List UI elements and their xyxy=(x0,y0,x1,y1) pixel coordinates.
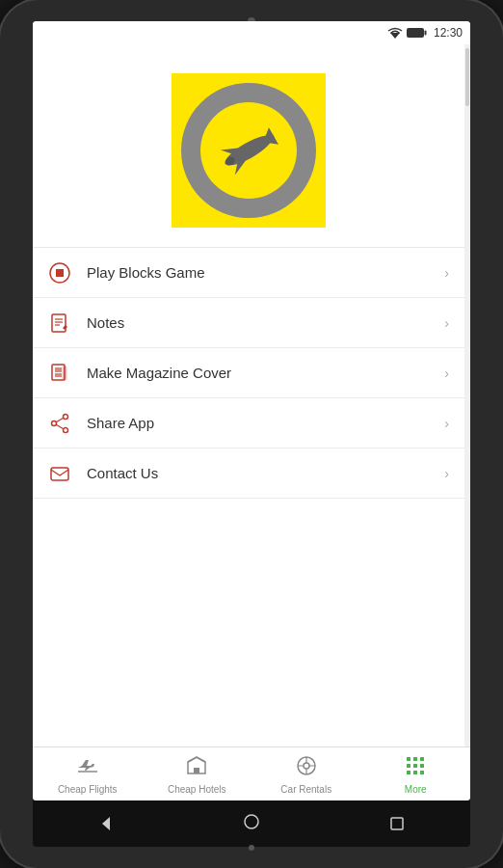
svg-rect-39 xyxy=(420,757,424,761)
svg-rect-41 xyxy=(413,764,417,768)
svg-rect-40 xyxy=(407,764,410,768)
svg-rect-13 xyxy=(60,273,64,277)
device-bottom-sensor xyxy=(249,845,254,851)
svg-rect-12 xyxy=(56,273,60,277)
svg-rect-43 xyxy=(407,771,410,774)
notes-icon xyxy=(48,312,71,335)
chevron-icon-play-blocks: › xyxy=(444,265,449,281)
svg-rect-30 xyxy=(194,768,199,773)
svg-rect-38 xyxy=(413,757,417,761)
svg-rect-48 xyxy=(391,818,403,829)
svg-rect-44 xyxy=(413,771,417,774)
svg-point-47 xyxy=(245,815,258,828)
nav-item-hotels[interactable]: Cheap Hotels xyxy=(143,747,252,800)
menu-label-magazine: Make Magazine Cover xyxy=(87,365,437,381)
nav-label-flights: Cheap Flights xyxy=(58,784,118,795)
menu-item-contact[interactable]: Contact Us › xyxy=(33,448,464,499)
menu-item-play-blocks[interactable]: Play Blocks Game › xyxy=(33,248,464,298)
recent-button[interactable] xyxy=(378,804,416,843)
rentals-icon xyxy=(295,754,318,782)
svg-rect-11 xyxy=(60,269,64,273)
svg-rect-2 xyxy=(424,31,426,36)
svg-marker-46 xyxy=(102,817,110,830)
status-time: 12:30 xyxy=(434,26,463,40)
main-content: Play Blocks Game › xyxy=(33,44,464,746)
menu-item-notes[interactable]: Notes › xyxy=(33,298,464,348)
bottom-nav: Cheap Flights Cheap Hotels xyxy=(33,746,470,800)
logo-container xyxy=(33,44,464,247)
svg-line-26 xyxy=(56,418,64,422)
device: 12:30 xyxy=(0,0,503,868)
nav-item-flights[interactable]: Cheap Flights xyxy=(33,747,143,800)
svg-marker-0 xyxy=(390,33,400,39)
svg-rect-10 xyxy=(56,269,60,273)
nav-label-rentals: Car Rentals xyxy=(280,784,331,795)
svg-point-25 xyxy=(52,420,57,425)
menu-list: Play Blocks Game › xyxy=(33,247,464,499)
logo-circle-inner xyxy=(200,102,297,199)
scrollbar-thumb[interactable] xyxy=(465,48,469,106)
magazine-icon xyxy=(48,362,71,385)
status-bar: 12:30 xyxy=(33,21,470,44)
menu-item-magazine[interactable]: Make Magazine Cover › xyxy=(33,348,464,398)
menu-label-play-blocks: Play Blocks Game xyxy=(87,264,437,281)
svg-point-32 xyxy=(304,763,309,769)
more-icon xyxy=(404,754,427,782)
menu-label-share: Share App xyxy=(87,415,437,431)
logo-box xyxy=(172,73,326,228)
nav-label-more: More xyxy=(405,784,427,795)
share-icon xyxy=(48,412,71,435)
back-button[interactable] xyxy=(87,804,125,843)
chevron-icon-share: › xyxy=(444,416,449,431)
menu-item-share[interactable]: Share App › xyxy=(33,398,464,448)
home-button[interactable] xyxy=(232,804,271,843)
contact-icon xyxy=(48,462,71,485)
svg-rect-45 xyxy=(420,771,424,774)
svg-rect-19 xyxy=(55,367,62,372)
nav-label-hotels: Cheap Hotels xyxy=(168,784,226,795)
menu-label-contact: Contact Us xyxy=(87,465,437,481)
svg-rect-37 xyxy=(407,757,410,761)
svg-rect-1 xyxy=(407,28,424,38)
hotels-icon xyxy=(185,754,208,782)
svg-rect-22 xyxy=(63,366,66,380)
nav-item-rentals[interactable]: Car Rentals xyxy=(252,747,361,800)
svg-rect-42 xyxy=(420,764,424,768)
android-nav-bar xyxy=(33,800,470,847)
svg-rect-28 xyxy=(51,468,68,480)
scrollbar[interactable] xyxy=(464,44,470,746)
svg-point-24 xyxy=(64,427,68,432)
nav-item-more[interactable]: More xyxy=(361,747,471,800)
svg-rect-14 xyxy=(52,314,66,332)
wifi-icon xyxy=(387,27,403,39)
chevron-icon-notes: › xyxy=(444,315,449,331)
battery-icon xyxy=(407,27,428,39)
menu-label-notes: Notes xyxy=(87,314,437,331)
blocks-icon xyxy=(48,261,71,285)
svg-line-27 xyxy=(56,424,64,429)
content-area: Play Blocks Game › xyxy=(33,44,470,746)
status-icons: 12:30 xyxy=(387,26,463,40)
airplane-icon xyxy=(210,112,287,189)
chevron-icon-magazine: › xyxy=(444,366,449,381)
chevron-icon-contact: › xyxy=(444,466,449,481)
logo-circle-outer xyxy=(181,83,316,218)
screen: 12:30 xyxy=(33,21,470,800)
flights-icon xyxy=(76,754,99,782)
svg-point-23 xyxy=(64,414,68,419)
